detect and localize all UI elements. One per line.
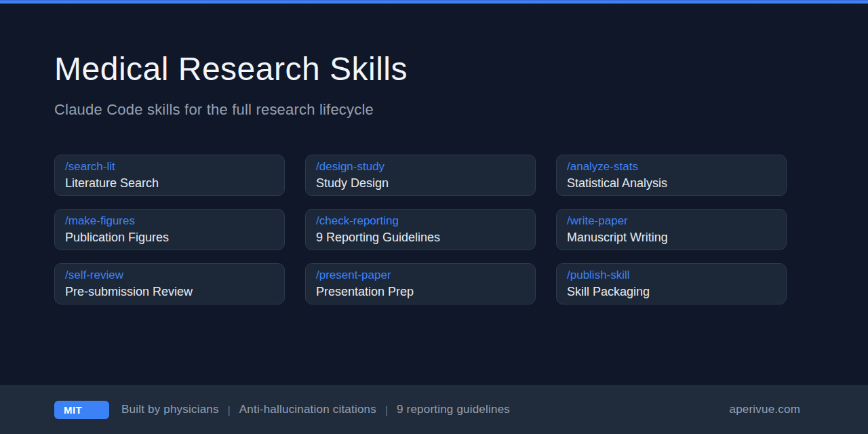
top-accent-bar — [0, 0, 868, 4]
skill-card-publish-skill[interactable]: /publish-skill Skill Packaging — [556, 263, 787, 304]
skill-command: /check-reporting — [316, 213, 525, 229]
skill-label: Manuscript Writing — [567, 229, 776, 245]
footer-feature: Anti-hallucination citations — [239, 403, 376, 416]
skill-label: Study Design — [316, 175, 525, 191]
skill-card-self-review[interactable]: /self-review Pre-submission Review — [54, 263, 285, 304]
footer-separator: | — [385, 404, 388, 416]
main-content: Medical Research Skills Claude Code skil… — [0, 52, 868, 304]
skill-label: Presentation Prep — [316, 283, 525, 300]
skill-card-make-figures[interactable]: /make-figures Publication Figures — [54, 209, 285, 250]
mit-license-badge: MIT — [54, 401, 109, 419]
skill-command: /analyze-stats — [567, 159, 776, 175]
skills-grid: /search-lit Literature Search /design-st… — [54, 155, 814, 304]
skill-command: /design-study — [316, 159, 525, 175]
footer-feature: 9 reporting guidelines — [397, 403, 510, 416]
skill-command: /publish-skill — [567, 267, 776, 283]
skill-label: Pre-submission Review — [65, 283, 274, 300]
skill-command: /write-paper — [567, 213, 776, 229]
skill-label: 9 Reporting Guidelines — [316, 229, 525, 245]
site-url-link[interactable]: aperivue.com — [730, 403, 800, 416]
skill-card-check-reporting[interactable]: /check-reporting 9 Reporting Guidelines — [305, 209, 536, 250]
footer-bar: MIT Built by physicians | Anti-hallucina… — [0, 385, 868, 434]
footer-separator: | — [228, 404, 231, 416]
skill-card-design-study[interactable]: /design-study Study Design — [305, 155, 536, 196]
skill-label: Publication Figures — [65, 229, 274, 245]
skill-label: Literature Search — [65, 175, 274, 191]
skill-card-present-paper[interactable]: /present-paper Presentation Prep — [305, 263, 536, 304]
skill-command: /self-review — [65, 267, 274, 283]
footer-feature-list: Built by physicians | Anti-hallucination… — [121, 403, 510, 416]
page-subtitle: Claude Code skills for the full research… — [54, 101, 814, 119]
skill-command: /search-lit — [65, 159, 274, 175]
skill-card-search-lit[interactable]: /search-lit Literature Search — [54, 155, 285, 196]
skill-command: /make-figures — [65, 213, 274, 229]
skill-command: /present-paper — [316, 267, 525, 283]
skill-card-analyze-stats[interactable]: /analyze-stats Statistical Analysis — [556, 155, 787, 196]
skill-label: Statistical Analysis — [567, 175, 776, 191]
page-title: Medical Research Skills — [54, 52, 814, 87]
footer-feature: Built by physicians — [121, 403, 219, 416]
skill-card-write-paper[interactable]: /write-paper Manuscript Writing — [556, 209, 787, 250]
skill-label: Skill Packaging — [567, 283, 776, 300]
